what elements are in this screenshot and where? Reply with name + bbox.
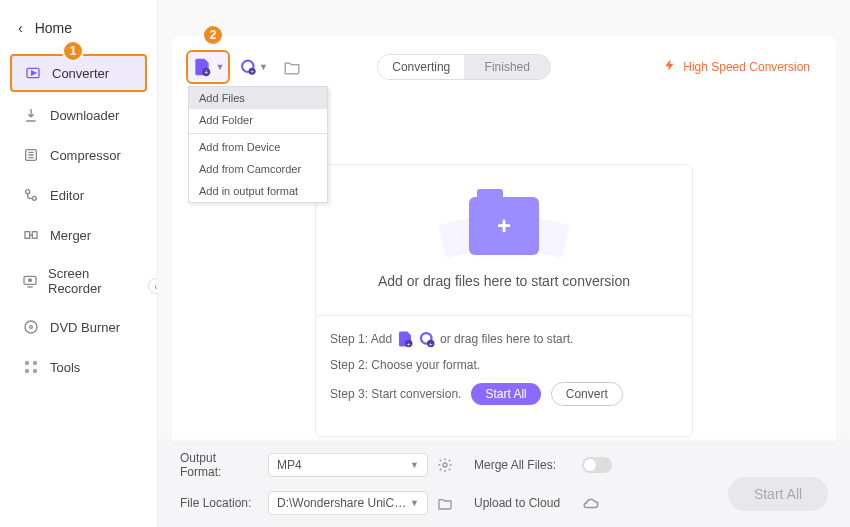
step-2: Step 2: Choose your format.: [330, 358, 678, 372]
folder-plus-icon: +: [469, 197, 539, 255]
sidebar-item-label: Compressor: [50, 148, 121, 163]
open-location-icon[interactable]: [436, 494, 454, 512]
svg-text:+: +: [407, 341, 411, 347]
svg-point-26: [34, 370, 37, 373]
home-label: Home: [35, 20, 72, 36]
open-folder-button[interactable]: [278, 53, 306, 81]
sidebar-item-tools[interactable]: Tools: [10, 350, 147, 384]
annotation-badge-1: 1: [62, 40, 84, 62]
dropdown-item-add-folder[interactable]: Add Folder: [189, 109, 327, 131]
svg-point-22: [30, 326, 33, 329]
start-all-button[interactable]: Start All: [471, 383, 540, 405]
tools-icon: [22, 358, 40, 376]
sidebar-item-downloader[interactable]: Downloader: [10, 98, 147, 132]
high-speed-toggle[interactable]: High Speed Conversion: [651, 54, 822, 80]
dropzone[interactable]: + Add or drag files here to start conver…: [315, 164, 693, 437]
add-file-dropdown: Add Files Add Folder Add from Device Add…: [188, 86, 328, 203]
back-icon[interactable]: ‹: [18, 20, 23, 36]
cloud-icon[interactable]: [582, 494, 600, 512]
svg-marker-11: [32, 71, 36, 75]
svg-point-37: [443, 463, 447, 467]
chevron-down-icon: ▼: [410, 498, 419, 508]
svg-point-24: [34, 362, 37, 365]
high-speed-label: High Speed Conversion: [683, 60, 810, 74]
sidebar-item-label: Screen Recorder: [48, 266, 135, 296]
upload-cloud-label: Upload to Cloud: [474, 496, 574, 510]
file-plus-icon: +: [192, 57, 212, 77]
annotation-badge-2: 2: [202, 24, 224, 46]
sidebar-item-editor[interactable]: Editor: [10, 178, 147, 212]
content-card: + ▼ + ▼ Converting Finished High Speed C…: [172, 36, 836, 451]
step-3: Step 3: Start conversion. Start All Conv…: [330, 382, 678, 406]
svg-point-21: [25, 321, 37, 333]
home-row[interactable]: ‹ Home: [10, 20, 147, 36]
downloader-icon: [22, 106, 40, 124]
dropzone-divider: [316, 315, 692, 316]
add-url-button[interactable]: + ▼: [240, 53, 268, 81]
svg-rect-15: [25, 232, 30, 239]
footer-bar: Output Format: MP4▼ Merge All Files: Fil…: [158, 441, 850, 527]
toolbar: + ▼ + ▼ Converting Finished High Speed C…: [186, 50, 822, 84]
step-1: Step 1: Add + + or drag files here to st…: [330, 330, 678, 348]
start-all-main-button[interactable]: Start All: [728, 477, 828, 511]
dvd-icon: [22, 318, 40, 336]
file-location-select[interactable]: D:\Wondershare UniConverter 1▼: [268, 491, 428, 515]
file-location-label: File Location:: [180, 496, 260, 510]
merge-all-switch[interactable]: [582, 457, 612, 473]
sidebar-item-label: Editor: [50, 188, 84, 203]
add-file-button[interactable]: + ▼: [186, 50, 230, 84]
svg-point-23: [26, 362, 29, 365]
screen-recorder-icon: [22, 272, 38, 290]
sidebar-item-label: DVD Burner: [50, 320, 120, 335]
output-format-select[interactable]: MP4▼: [268, 453, 428, 477]
dropzone-headline: Add or drag files here to start conversi…: [378, 273, 630, 289]
sidebar-item-label: Downloader: [50, 108, 119, 123]
folder-icon: [283, 58, 301, 76]
main-area: + ▼ + ▼ Converting Finished High Speed C…: [158, 0, 850, 527]
chevron-down-icon: ▼: [216, 62, 225, 72]
sidebar-item-dvd-burner[interactable]: DVD Burner: [10, 310, 147, 344]
svg-rect-16: [32, 232, 37, 239]
tab-finished[interactable]: Finished: [464, 55, 550, 79]
chevron-down-icon: ▼: [259, 62, 268, 72]
bolt-icon: [663, 58, 677, 76]
sidebar: ‹ Home Converter Downloader Compressor E…: [0, 0, 158, 527]
sidebar-item-screen-recorder[interactable]: Screen Recorder: [10, 258, 147, 304]
sidebar-item-merger[interactable]: Merger: [10, 218, 147, 252]
url-plus-icon: +: [240, 56, 257, 78]
editor-icon: [22, 186, 40, 204]
convert-button[interactable]: Convert: [551, 382, 623, 406]
sidebar-item-label: Tools: [50, 360, 80, 375]
sidebar-item-compressor[interactable]: Compressor: [10, 138, 147, 172]
sidebar-item-label: Converter: [52, 66, 109, 81]
url-plus-icon[interactable]: +: [418, 330, 436, 348]
merger-icon: [22, 226, 40, 244]
dropzone-graphic: + Add or drag files here to start conver…: [330, 185, 678, 309]
tab-converting[interactable]: Converting: [378, 55, 464, 79]
svg-text:+: +: [204, 69, 208, 76]
svg-point-19: [29, 279, 32, 282]
dropdown-divider: [189, 133, 327, 134]
file-plus-icon[interactable]: +: [396, 330, 414, 348]
status-tabs: Converting Finished: [377, 54, 551, 80]
merge-all-label: Merge All Files:: [474, 458, 574, 472]
settings-icon[interactable]: [436, 456, 454, 474]
converter-icon: [24, 64, 42, 82]
output-format-label: Output Format:: [180, 451, 260, 479]
svg-point-13: [26, 190, 30, 194]
compressor-icon: [22, 146, 40, 164]
dropdown-item-add-in-output-format[interactable]: Add in output format: [189, 180, 327, 202]
sidebar-item-label: Merger: [50, 228, 91, 243]
svg-point-25: [26, 370, 29, 373]
dropdown-item-add-from-device[interactable]: Add from Device: [189, 136, 327, 158]
svg-text:+: +: [429, 341, 433, 347]
dropdown-item-add-files[interactable]: Add Files: [189, 87, 327, 109]
svg-point-14: [32, 196, 36, 200]
chevron-down-icon: ▼: [410, 460, 419, 470]
dropdown-item-add-from-camcorder[interactable]: Add from Camcorder: [189, 158, 327, 180]
